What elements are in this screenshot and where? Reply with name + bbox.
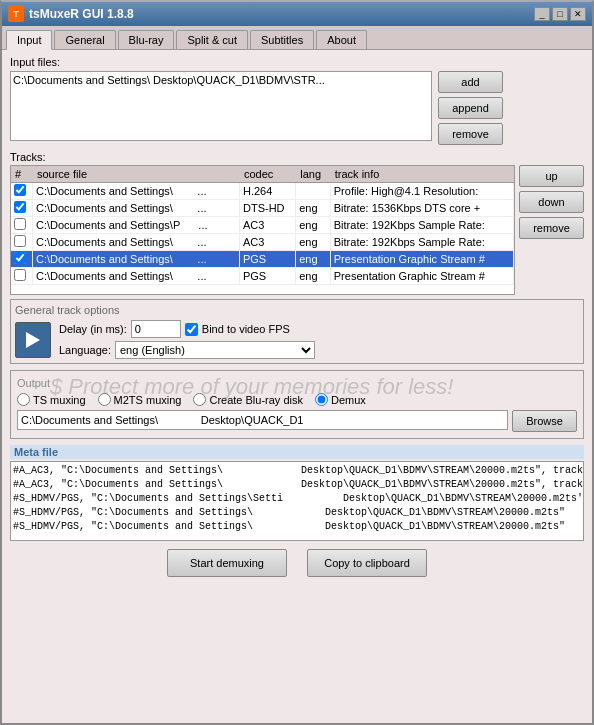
- ts-muxing-radio[interactable]: [17, 393, 30, 406]
- meta-line: #S_HDMV/PGS, "C:\Documents and Settings\…: [13, 492, 581, 506]
- general-track-options: General track options Delay (in ms): Bin…: [10, 299, 584, 364]
- add-button[interactable]: add: [438, 71, 503, 93]
- col-source: source file: [32, 166, 239, 183]
- track-checkbox[interactable]: [14, 252, 26, 264]
- row-info: Presentation Graphic Stream #: [330, 251, 513, 268]
- meta-line: #A_AC3, "C:\Documents and Settings\ Desk…: [13, 478, 581, 492]
- tracks-table-container[interactable]: # source file codec lang track info C:\D…: [10, 165, 515, 295]
- table-row[interactable]: C:\Documents and Settings\ ... PGS eng P…: [11, 268, 514, 285]
- video-icon: [15, 322, 51, 358]
- row-lang: eng: [296, 251, 331, 268]
- track-checkbox[interactable]: [14, 235, 26, 247]
- meta-file-box[interactable]: #A_AC3, "C:\Documents and Settings\ Desk…: [10, 461, 584, 541]
- row-codec: DTS-HD: [239, 200, 295, 217]
- tab-general[interactable]: General: [54, 30, 115, 49]
- tab-split-cut[interactable]: Split & cut: [176, 30, 248, 49]
- window-title: tsMuxeR GUI 1.8.8: [29, 7, 134, 21]
- meta-line: #A_AC3, "C:\Documents and Settings\ Desk…: [13, 464, 581, 478]
- row-lang: eng: [296, 268, 331, 285]
- browse-button[interactable]: Browse: [512, 410, 577, 432]
- ts-muxing-label: TS muxing: [33, 394, 86, 406]
- create-bluray-radio[interactable]: [193, 393, 206, 406]
- meta-file-label: Meta file: [10, 445, 584, 459]
- output-path-row: Browse: [17, 410, 577, 432]
- track-side-buttons: up down remove: [519, 165, 584, 295]
- ts-muxing-option[interactable]: TS muxing: [17, 393, 86, 406]
- track-checkbox[interactable]: [14, 218, 26, 230]
- row-check: [11, 200, 32, 217]
- table-row[interactable]: C:\Documents and Settings\ ... AC3 eng B…: [11, 234, 514, 251]
- m2ts-muxing-option[interactable]: M2TS muxing: [98, 393, 182, 406]
- row-lang: eng: [296, 200, 331, 217]
- bind-fps-checkbox[interactable]: [185, 323, 198, 336]
- close-button[interactable]: ✕: [570, 7, 586, 21]
- demux-radio[interactable]: [315, 393, 328, 406]
- input-file-row: C:\Documents and Settings\ Desktop\QUACK…: [13, 74, 429, 86]
- row-check: [11, 268, 32, 285]
- demux-option[interactable]: Demux: [315, 393, 366, 406]
- col-codec: codec: [239, 166, 295, 183]
- output-section: Output TS muxing M2TS muxing Create Blu-…: [10, 370, 584, 439]
- tracks-label: Tracks:: [10, 151, 584, 163]
- up-button[interactable]: up: [519, 165, 584, 187]
- delay-lang-col: Delay (in ms): Bind to video FPS Languag…: [59, 320, 315, 359]
- bottom-buttons: Start demuxing Copy to clipboard: [10, 549, 584, 585]
- row-source: C:\Documents and Settings\P ...: [32, 217, 239, 234]
- play-icon: [26, 332, 40, 348]
- main-content: Input files: C:\Documents and Settings\ …: [2, 50, 592, 591]
- create-bluray-option[interactable]: Create Blu-ray disk: [193, 393, 303, 406]
- row-info: Presentation Graphic Stream #: [330, 268, 513, 285]
- track-checkbox[interactable]: [14, 201, 26, 213]
- minimize-button[interactable]: _: [534, 7, 550, 21]
- language-select[interactable]: eng (English): [115, 341, 315, 359]
- row-lang: eng: [296, 217, 331, 234]
- delay-row: Delay (in ms): Bind to video FPS: [59, 320, 315, 338]
- row-codec: PGS: [239, 268, 295, 285]
- table-row[interactable]: C:\Documents and Settings\ ... PGS eng P…: [11, 251, 514, 268]
- m2ts-muxing-radio[interactable]: [98, 393, 111, 406]
- track-checkbox[interactable]: [14, 184, 26, 196]
- delay-input[interactable]: [131, 320, 181, 338]
- tab-bluray[interactable]: Blu-ray: [118, 30, 175, 49]
- row-info: Bitrate: 1536Kbps DTS core +: [330, 200, 513, 217]
- output-path-input[interactable]: [17, 410, 508, 430]
- tab-subtitles[interactable]: Subtitles: [250, 30, 314, 49]
- track-options-row: Delay (in ms): Bind to video FPS Languag…: [15, 320, 579, 359]
- title-buttons: _ □ ✕: [534, 7, 586, 21]
- demux-label: Demux: [331, 394, 366, 406]
- row-info: Profile: High@4.1 Resolution:: [330, 183, 513, 200]
- maximize-button[interactable]: □: [552, 7, 568, 21]
- col-num: #: [11, 166, 32, 183]
- row-lang: [296, 183, 331, 200]
- tracks-table: # source file codec lang track info C:\D…: [11, 166, 514, 285]
- meta-section: Meta file #A_AC3, "C:\Documents and Sett…: [10, 445, 584, 541]
- row-codec: AC3: [239, 234, 295, 251]
- col-lang: lang: [296, 166, 331, 183]
- row-source: C:\Documents and Settings\ ...: [32, 200, 239, 217]
- remove-input-button[interactable]: remove: [438, 123, 503, 145]
- table-row[interactable]: C:\Documents and Settings\P ... AC3 eng …: [11, 217, 514, 234]
- delay-label: Delay (in ms):: [59, 323, 127, 335]
- track-remove-button[interactable]: remove: [519, 217, 584, 239]
- table-row[interactable]: C:\Documents and Settings\ ... H.264 Pro…: [11, 183, 514, 200]
- append-button[interactable]: append: [438, 97, 503, 119]
- row-lang: eng: [296, 234, 331, 251]
- down-button[interactable]: down: [519, 191, 584, 213]
- row-info: Bitrate: 192Kbps Sample Rate:: [330, 217, 513, 234]
- row-source: C:\Documents and Settings\ ...: [32, 234, 239, 251]
- title-bar-left: T tsMuxeR GUI 1.8.8: [8, 6, 134, 22]
- input-files-box[interactable]: C:\Documents and Settings\ Desktop\QUACK…: [10, 71, 432, 141]
- start-demuxing-button[interactable]: Start demuxing: [167, 549, 287, 577]
- main-window: T tsMuxeR GUI 1.8.8 _ □ ✕ Input General …: [0, 0, 594, 725]
- row-source: C:\Documents and Settings\ ...: [32, 251, 239, 268]
- input-buttons: add append remove: [438, 71, 503, 145]
- general-track-options-label: General track options: [15, 304, 579, 316]
- table-row[interactable]: C:\Documents and Settings\ ... DTS-HD en…: [11, 200, 514, 217]
- copy-to-clipboard-button[interactable]: Copy to clipboard: [307, 549, 427, 577]
- tab-input[interactable]: Input: [6, 30, 52, 50]
- track-checkbox[interactable]: [14, 269, 26, 281]
- row-check: [11, 251, 32, 268]
- row-codec: H.264: [239, 183, 295, 200]
- app-icon: T: [8, 6, 24, 22]
- tab-about[interactable]: About: [316, 30, 367, 49]
